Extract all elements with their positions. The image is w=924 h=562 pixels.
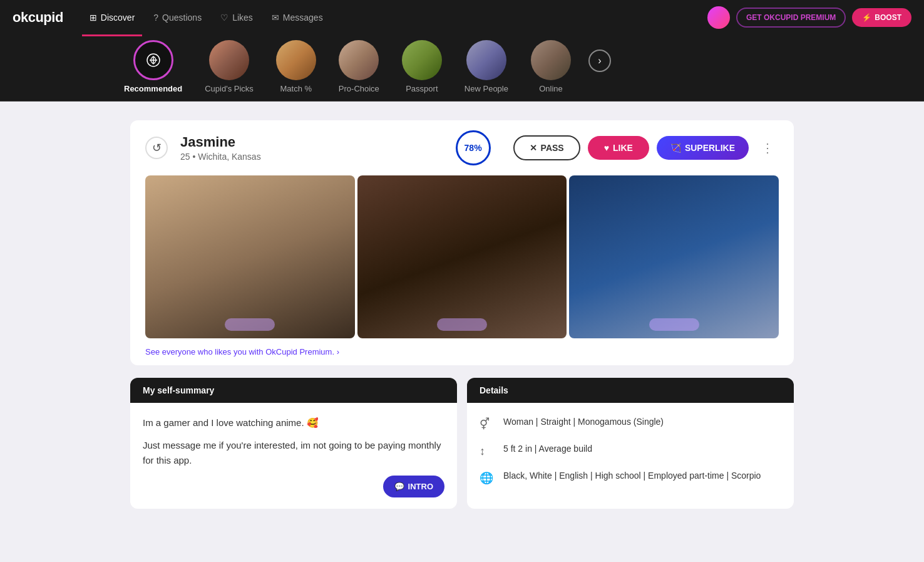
cat-label-passport: Passport: [406, 84, 438, 93]
details-body: ⚥ Woman | Straight | Monogamous (Single)…: [467, 403, 794, 509]
message-icon: ✉: [272, 13, 279, 23]
photo-2[interactable]: [357, 175, 567, 338]
height-icon: ↕: [480, 443, 495, 458]
profile-name-block: Jasmine 25 • Wichita, Kansas: [180, 134, 446, 162]
main-content: ↺ Jasmine 25 • Wichita, Kansas 78% ✕ PAS…: [118, 120, 806, 509]
heart-icon: ♡: [220, 13, 228, 23]
next-button[interactable]: ›: [588, 49, 611, 72]
nav-discover[interactable]: ⊞ Discover: [82, 8, 142, 28]
globe-icon: 🌐: [480, 470, 495, 485]
grid-icon: ⊞: [90, 13, 97, 23]
navbar: okcupid ⊞ Discover ? Questions ♡ Likes ✉…: [0, 0, 924, 35]
cat-recommended[interactable]: Recommended: [113, 40, 193, 93]
cat-pro-choice[interactable]: Pro-Choice: [327, 40, 391, 93]
x-icon: ✕: [530, 143, 537, 153]
cat-label-newpeople: New People: [465, 84, 508, 93]
cupids-picks-thumb: [209, 40, 249, 80]
cat-label-prochoice: Pro-Choice: [339, 84, 379, 93]
profile-age-location: 25 • Wichita, Kansas: [180, 152, 446, 162]
pro-choice-thumb: [339, 40, 379, 80]
category-bar: Recommended Cupid's Picks Match % Pro-Ch…: [0, 35, 924, 101]
superlike-button[interactable]: 🏹 SUPERLIKE: [657, 136, 749, 160]
intro-icon: 💬: [394, 482, 404, 491]
cat-online[interactable]: Online: [520, 40, 582, 93]
profile-name: Jasmine: [180, 134, 446, 150]
bottom-grid: My self-summary Im a gamer and I love wa…: [130, 378, 794, 509]
avatar[interactable]: [707, 6, 730, 29]
photo-3[interactable]: [569, 175, 779, 338]
undo-button[interactable]: ↺: [145, 137, 168, 159]
photo-1[interactable]: [145, 175, 355, 338]
photo-grid: [130, 175, 794, 338]
profile-header: ↺ Jasmine 25 • Wichita, Kansas 78% ✕ PAS…: [130, 120, 794, 175]
self-summary-card: My self-summary Im a gamer and I love wa…: [130, 378, 457, 509]
detail-row-1: ⚥ Woman | Straight | Monogamous (Single): [480, 415, 781, 431]
cat-cupids-picks[interactable]: Cupid's Picks: [193, 40, 265, 93]
premium-button[interactable]: GET OKCUPID PREMIUM: [736, 8, 846, 28]
superlike-icon: 🏹: [670, 143, 681, 153]
profile-card: ↺ Jasmine 25 • Wichita, Kansas 78% ✕ PAS…: [130, 120, 794, 365]
cat-new-people[interactable]: New People: [453, 40, 520, 93]
person-icon: ⚥: [480, 416, 495, 431]
cat-label-online: Online: [539, 84, 563, 93]
question-icon: ?: [153, 13, 158, 23]
photo-blur-1: [225, 318, 275, 331]
self-summary-header: My self-summary: [130, 378, 457, 403]
detail-text-3: Black, White | English | High school | E…: [503, 469, 761, 482]
more-options-button[interactable]: ⋮: [756, 138, 779, 158]
boost-button[interactable]: ⚡ BOOST: [852, 8, 911, 27]
cat-label-recommended: Recommended: [124, 84, 182, 93]
photo-blur-2: [437, 318, 487, 331]
intro-button[interactable]: 💬 INTRO: [383, 476, 444, 497]
match-thumb: [276, 40, 316, 80]
action-buttons: ✕ PASS ♥ LIKE 🏹 SUPERLIKE ⋮: [513, 135, 779, 160]
details-header: Details: [467, 378, 794, 403]
detail-row-3: 🌐 Black, White | English | High school |…: [480, 469, 781, 485]
cat-match[interactable]: Match %: [265, 40, 327, 93]
summary-text-2: Just message me if you're interested, im…: [143, 438, 444, 468]
detail-text-2: 5 ft 2 in | Average build: [503, 442, 592, 455]
heart-icon: ♥: [604, 143, 609, 153]
passport-thumb: [402, 40, 442, 80]
nav-items: ⊞ Discover ? Questions ♡ Likes ✉ Message…: [82, 8, 707, 28]
summary-text-1: Im a gamer and I love watching anime. 🥰: [143, 415, 444, 430]
detail-row-2: ↕ 5 ft 2 in | Average build: [480, 442, 781, 458]
nav-questions[interactable]: ? Questions: [146, 8, 209, 28]
photo-blur-3: [649, 318, 699, 331]
details-card: Details ⚥ Woman | Straight | Monogamous …: [467, 378, 794, 509]
nav-likes[interactable]: ♡ Likes: [213, 8, 260, 28]
pass-button[interactable]: ✕ PASS: [513, 135, 580, 160]
cat-passport[interactable]: Passport: [391, 40, 453, 93]
online-thumb: [531, 40, 571, 80]
premium-prompt[interactable]: See everyone who likes you with OkCupid …: [130, 338, 794, 365]
detail-text-1: Woman | Straight | Monogamous (Single): [503, 415, 664, 429]
nav-right: GET OKCUPID PREMIUM ⚡ BOOST: [707, 6, 911, 29]
boost-icon: ⚡: [862, 13, 871, 22]
nav-messages[interactable]: ✉ Messages: [264, 8, 331, 28]
like-button[interactable]: ♥ LIKE: [588, 136, 649, 160]
new-people-thumb: [466, 40, 506, 80]
match-percentage: 78%: [456, 130, 491, 165]
logo: okcupid: [13, 9, 63, 26]
cat-label-match: Match %: [280, 84, 312, 93]
self-summary-body: Im a gamer and I love watching anime. 🥰 …: [130, 403, 457, 488]
cat-label-cupids: Cupid's Picks: [205, 84, 254, 93]
recommended-thumb: [133, 40, 173, 80]
